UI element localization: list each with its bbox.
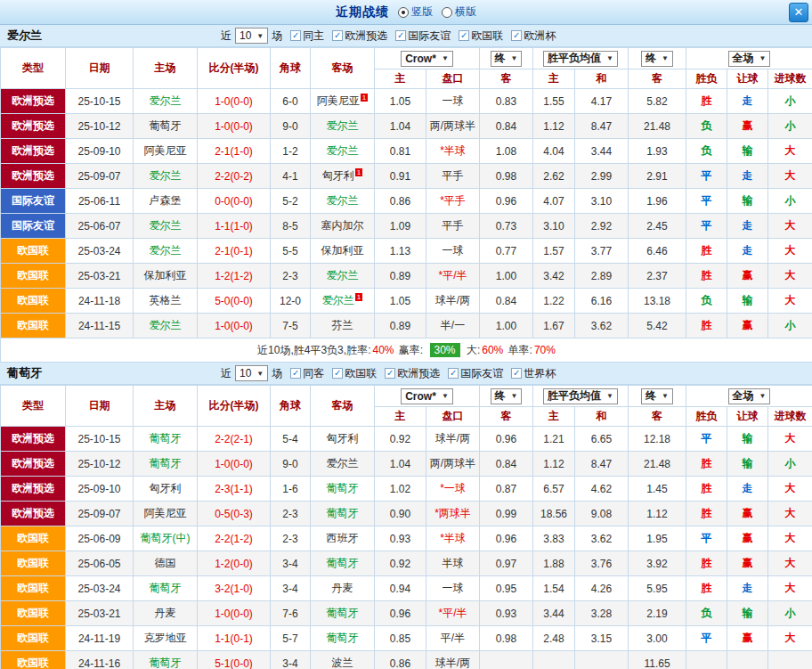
- corners: 3-4: [271, 551, 311, 576]
- summary-segment: 近10场,胜4平3负3,胜率:: [257, 344, 370, 356]
- odds-company-select[interactable]: Crow*▼: [401, 388, 453, 404]
- asia-home-odds: 0.92: [375, 551, 426, 576]
- filter-checkbox-3[interactable]: ✓国际友谊: [395, 29, 451, 44]
- scope-select[interactable]: 全场▼: [728, 388, 771, 404]
- filter-checkbox-2[interactable]: ✓欧国联: [332, 366, 377, 381]
- score: 3-2(1-0): [198, 576, 271, 601]
- home-team: 葡萄牙: [134, 427, 198, 452]
- summary-segment: 40%: [372, 344, 394, 356]
- match-date: 25-10-15: [66, 427, 134, 452]
- match-date: 25-06-11: [66, 189, 134, 214]
- filter-checkbox-4[interactable]: ✓欧国联: [459, 29, 503, 44]
- odds-state-select[interactable]: 终▼: [491, 388, 523, 404]
- europe-state-select[interactable]: 终▼: [641, 388, 673, 404]
- match-date: 24-11-18: [66, 289, 134, 314]
- goals-total: 大: [768, 626, 812, 651]
- eu-draw-odds: [575, 651, 629, 669]
- score: 1-0(0-0): [198, 114, 271, 139]
- scope-select[interactable]: 全场▼: [728, 51, 771, 67]
- europe-odds-select[interactable]: 胜平负均值▼: [543, 51, 618, 67]
- eu-draw-odds: 3.15: [575, 626, 629, 651]
- competition-type: 欧国联: [1, 551, 66, 576]
- filter-checkbox-1[interactable]: ✓同主: [290, 29, 324, 44]
- competition-type: 欧国联: [1, 576, 66, 601]
- dropdown-cell: 终▼: [480, 386, 533, 407]
- eu-away-odds: 3.92: [629, 551, 686, 576]
- red-card-badge: 1: [361, 94, 368, 102]
- odds-state-select[interactable]: 终▼: [491, 51, 523, 67]
- team-name-text: 爱尔兰: [150, 169, 182, 182]
- eu-home-odds: 1.88: [533, 551, 575, 576]
- summary-segment: 赢率:: [396, 344, 426, 356]
- corners: 4-1: [271, 164, 311, 189]
- corners: 2-3: [271, 264, 311, 289]
- odds-company-select-value: Crow*: [405, 53, 436, 65]
- chevron-down-icon: ▼: [256, 32, 264, 40]
- match-row: 欧国联25-03-21丹麦1-0(0-0)7-6葡萄牙0.96*平/半0.933…: [1, 601, 812, 626]
- filter-checkbox-5[interactable]: ✓欧洲杯: [511, 29, 556, 44]
- match-row: 欧洲预选25-09-10匈牙利2-3(1-1)1-6葡萄牙1.02*一球0.87…: [1, 477, 812, 502]
- layout-horizontal-option[interactable]: 横版: [442, 4, 476, 20]
- eu-home-odds: 2.62: [533, 164, 575, 189]
- match-row: 欧洲预选25-10-12葡萄牙1-0(0-0)9-0爱尔兰1.04两/两球半0.…: [1, 452, 812, 477]
- column-header: 比分(半场): [198, 48, 271, 89]
- filter-checkbox-4[interactable]: ✓国际友谊: [448, 366, 503, 381]
- team-name-text: 匈牙利: [322, 169, 354, 182]
- result: 负: [686, 601, 727, 626]
- filter-checkbox-5[interactable]: ✓世界杯: [511, 366, 556, 381]
- competition-type: 欧国联: [1, 601, 66, 626]
- close-icon[interactable]: ✕: [789, 3, 808, 22]
- eu-home-odds: 4.07: [533, 189, 575, 214]
- match-date: 24-11-16: [66, 651, 134, 669]
- eu-draw-odds: 3.77: [575, 239, 629, 264]
- asia-handicap: 半/一: [426, 314, 480, 339]
- match-date: 25-09-10: [66, 139, 134, 164]
- team-name-text: 波兰: [332, 657, 353, 669]
- team-name-text: 阿美尼亚: [317, 94, 360, 107]
- filter-checkbox-1[interactable]: ✓同客: [290, 366, 324, 381]
- recent-count-select[interactable]: 10▼: [235, 365, 268, 381]
- match-row: 欧国联25-03-21保加利亚1-2(1-2)2-3爱尔兰0.89*平/半1.0…: [1, 264, 812, 289]
- column-header: 和: [575, 69, 629, 89]
- team-name-text: 爱尔兰: [150, 94, 182, 107]
- competition-type: 欧国联: [1, 239, 66, 264]
- chevron-down-icon: ▼: [759, 54, 767, 62]
- asia-away-odds: 0.73: [480, 214, 533, 239]
- column-header: 角球: [271, 48, 311, 89]
- dropdown-cell: 胜平负均值▼: [533, 386, 629, 407]
- match-date: 25-09-07: [66, 164, 134, 189]
- column-header: 进球数: [768, 69, 812, 89]
- eu-draw-odds: 2.89: [575, 264, 629, 289]
- column-header: 主场: [134, 48, 198, 89]
- home-team: 英格兰: [134, 289, 198, 314]
- dropdown-cell: 终▼: [629, 48, 686, 69]
- chevron-down-icon: ▼: [511, 392, 518, 400]
- team-name-text: 葡萄牙: [150, 119, 182, 132]
- odds-company-select[interactable]: Crow*▼: [401, 51, 453, 67]
- checkbox-checked-icon: ✓: [395, 30, 406, 41]
- goals-total: 小: [768, 314, 812, 339]
- eu-home-odds: 6.57: [533, 477, 575, 502]
- team-name-text: 阿美尼亚: [144, 507, 187, 519]
- europe-odds-select[interactable]: 胜平负均值▼: [543, 388, 618, 404]
- asia-away-odds: [480, 651, 533, 669]
- eu-away-odds: 5.42: [629, 314, 686, 339]
- competition-type: 国际友谊: [1, 214, 66, 239]
- filter-checkbox-2[interactable]: ✓欧洲预选: [332, 29, 387, 44]
- chevron-down-icon: ▼: [256, 370, 264, 378]
- eu-home-odds: 1.57: [533, 239, 575, 264]
- match-date: 25-03-24: [66, 239, 134, 264]
- vertical-label: 竖版: [411, 4, 433, 20]
- away-team: 匈牙利: [311, 427, 375, 452]
- asia-away-odds: 1.00: [480, 264, 533, 289]
- filter-checkbox-3[interactable]: ✓欧洲预选: [385, 366, 440, 381]
- layout-vertical-option[interactable]: 竖版: [398, 4, 433, 20]
- goals-total: 小: [768, 601, 812, 626]
- checkbox-checked-icon: ✓: [511, 368, 522, 379]
- europe-odds-select-value: 胜平负均值: [548, 51, 601, 66]
- eu-home-odds: 4.04: [533, 139, 575, 164]
- column-header: 日期: [66, 386, 134, 427]
- recent-count-select[interactable]: 10▼: [235, 28, 268, 44]
- europe-state-select[interactable]: 终▼: [641, 51, 673, 67]
- handicap-result: 输: [727, 452, 768, 477]
